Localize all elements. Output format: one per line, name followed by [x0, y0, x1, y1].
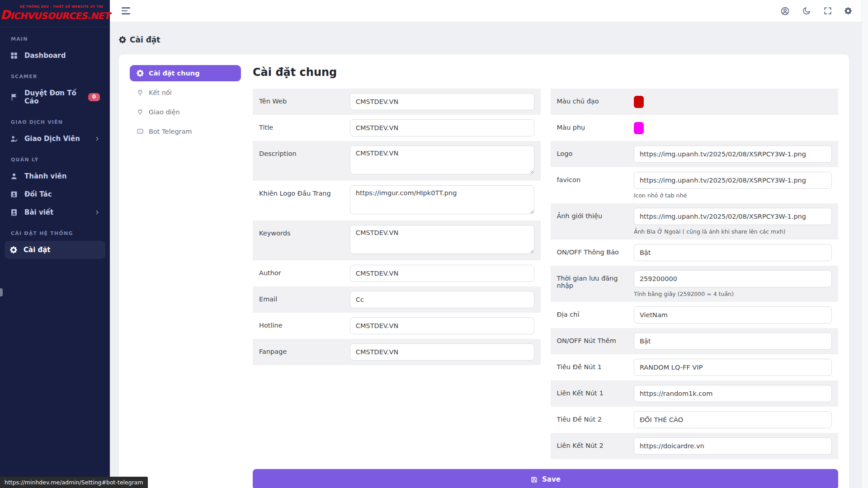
form-row: Tiêu Đề Nút 1 [551, 354, 839, 380]
save-button[interactable]: Save [253, 469, 838, 488]
color-swatch-mau-phu[interactable] [634, 122, 644, 134]
sidebar-item-label: Giao Dịch Viên [24, 135, 80, 143]
tab-bot-telegram[interactable]: Bot Telegram [130, 123, 241, 140]
brand-name: DICHVUSOURCES.NET [0, 9, 110, 21]
tab-giao-dien[interactable]: Giao diện [130, 104, 241, 120]
field-on-off-thong-bao[interactable] [634, 244, 832, 261]
sidebar-item-dashboard[interactable]: Dashboard [0, 47, 110, 65]
form-row: Địa chỉ [551, 302, 839, 328]
tab-label: Giao diện [149, 108, 180, 116]
field-label: Tiêu Đề Nút 1 [557, 359, 634, 371]
form-table-right: Màu chủ đạoMàu phụLogofaviconIcon nhỏ ở … [551, 89, 839, 459]
link-preview-tooltip: https://minhdev.me/admin/Setting#bot-tel… [0, 477, 148, 488]
form-table-left: Tên WebTitleDescriptionCMSTDEV.VNKhiên L… [253, 89, 541, 365]
field-help: Tính bằng giây (2592000 = 4 tuần) [634, 291, 832, 297]
sidebar-nav: MAINDashboardSCAMERDuyệt Đơn Tố Cáo0GIAO… [0, 36, 110, 259]
field-ia-chi[interactable] [634, 306, 832, 324]
form-row: Thời gian lưu đăng nhậpTính bằng giây (2… [551, 266, 839, 302]
field-tieu-e-nut-2[interactable] [634, 411, 832, 428]
field-label: Email [259, 291, 350, 303]
main-area: Cài đặt Cài đặt chungKết nốiGiao diệnBot… [110, 0, 868, 488]
field-thoi-gian-luu-ang-nhap[interactable] [634, 270, 832, 287]
color-swatch-mau-chu-ao[interactable] [634, 96, 644, 108]
field-label: Author [259, 265, 350, 277]
field-label: Ảnh giới thiệu [557, 208, 634, 220]
form-heading: Cài đặt chung [253, 66, 838, 79]
field-description[interactable]: CMSTDEV.VN [350, 145, 534, 174]
sidebar-item-duyet-on-to-cao[interactable]: Duyệt Đơn Tố Cáo0 [0, 84, 110, 110]
form-row: Email [253, 286, 541, 313]
form-row: ON/OFF Nút Thêm [551, 328, 839, 354]
tab-label: Bot Telegram [149, 128, 192, 135]
field-on-off-nut-them[interactable] [634, 333, 832, 350]
field-keywords[interactable]: CMSTDEV.VN [350, 225, 534, 254]
sidebar: HỆ THỐNG DEV - THIẾT KẾ WEBSITE UY TÍN D… [0, 0, 110, 488]
user-circle-icon[interactable] [780, 6, 790, 16]
form-row: KeywordsCMSTDEV.VN [253, 221, 541, 260]
page-title: Cài đặt [130, 35, 160, 44]
sidebar-item-label: Dashboard [24, 52, 66, 60]
sidebar-item-oi-tac[interactable]: Đối Tác [0, 185, 110, 203]
sidebar-section-label: MAIN [11, 36, 99, 42]
sidebar-item-cai-at[interactable]: Cài đặt [5, 241, 105, 259]
field-author[interactable] [350, 265, 534, 282]
page-scrollbar[interactable] [861, 0, 868, 488]
field-favicon[interactable] [634, 172, 832, 189]
sidebar-item-thanh-vien[interactable]: Thành viên [0, 167, 110, 185]
field-help: Ảnh Bìa Ở Ngoài ( cũng là ảnh khi share … [634, 228, 832, 235]
form-row: Màu chủ đạo [551, 89, 839, 115]
sidebar-section-label: GIAO DỊCH VIÊN [11, 119, 99, 125]
sidebar-item-label: Duyệt Đơn Tố Cáo [24, 89, 82, 105]
breadcrumb: Cài đặt [119, 35, 849, 44]
field-hotline[interactable] [350, 317, 534, 334]
field-anh-gioi-thieu[interactable] [634, 208, 832, 225]
user-check-icon [10, 135, 18, 143]
field-lien-ket-nut-1[interactable] [634, 385, 832, 402]
report-flag-icon [10, 93, 18, 101]
tab-cai-at-chung[interactable]: Cài đặt chung [130, 65, 241, 81]
field-label: ON/OFF Thông Báo [557, 244, 634, 256]
form-row: Fanpage [253, 339, 541, 365]
field-label: Fanpage [259, 343, 350, 355]
plug-icon [137, 89, 144, 96]
form-row: Khiên Logo Đầu Tranghttps://imgur.com/HI… [253, 181, 541, 221]
field-khien-logo-au-trang[interactable]: https://imgur.com/HIpk0TT.png [350, 185, 534, 214]
menu-toggle-button[interactable] [120, 5, 132, 16]
brand-logo[interactable]: HỆ THỐNG DEV - THIẾT KẾ WEBSITE UY TÍN D… [0, 0, 110, 27]
settings-form: Cài đặt chung Tên WebTitleDescriptionCMS… [253, 65, 838, 488]
form-row: Tiêu Đề Nút 2 [551, 407, 839, 433]
form-row: Logo [551, 141, 839, 167]
field-ten-web[interactable] [350, 93, 534, 110]
field-tieu-e-nut-1[interactable] [634, 359, 832, 376]
field-logo[interactable] [634, 145, 832, 163]
form-row: Author [253, 260, 541, 286]
tab-ket-noi[interactable]: Kết nối [130, 84, 241, 101]
moon-icon[interactable] [802, 6, 811, 15]
fullscreen-icon[interactable] [823, 6, 832, 15]
sidebar-item-label: Bài viết [24, 208, 53, 216]
settings-card: Cài đặt chungKết nốiGiao diệnBot Telegra… [119, 54, 849, 488]
message-icon [137, 128, 144, 135]
post-icon [10, 208, 18, 216]
field-lien-ket-nut-2[interactable] [634, 437, 832, 455]
sidebar-section-label: CÀI ĐẶT HỆ THỐNG [11, 230, 99, 236]
field-label: Thời gian lưu đăng nhập [557, 270, 634, 289]
form-row: ON/OFF Thông Báo [551, 239, 839, 266]
field-title[interactable] [350, 119, 534, 136]
sidebar-item-label: Đối Tác [24, 190, 52, 198]
sidebar-item-bai-viet[interactable]: Bài viết [0, 203, 110, 221]
edge-handle[interactable] [0, 288, 3, 296]
field-label: Màu phụ [557, 119, 634, 131]
field-label: Tên Web [259, 93, 350, 105]
settings-tabs: Cài đặt chungKết nốiGiao diệnBot Telegra… [130, 65, 241, 488]
sidebar-item-giao-dich-vien[interactable]: Giao Dịch Viên [0, 130, 110, 148]
sidebar-section-label: SCAMER [11, 74, 99, 80]
form-row: Liên Kết Nút 1 [551, 380, 839, 407]
gear-icon[interactable] [844, 7, 852, 14]
field-label: Màu chủ đạo [557, 93, 634, 105]
field-fanpage[interactable] [350, 343, 534, 361]
user-icon [10, 172, 18, 180]
save-button-label: Save [542, 475, 561, 483]
field-email[interactable] [350, 291, 534, 308]
tab-label: Kết nối [149, 89, 172, 96]
